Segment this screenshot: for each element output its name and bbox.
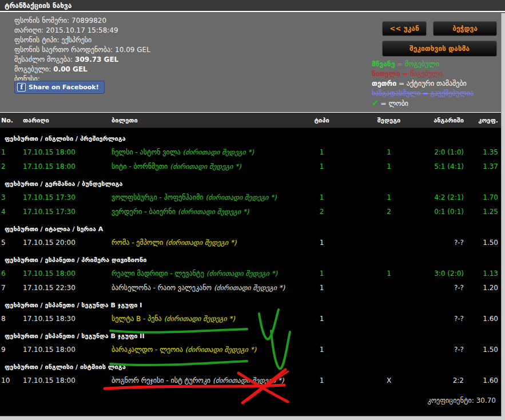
cell-ticket: ბარსელონა - რაიო ვალეკანო(ძირითადი შედეგ… — [109, 284, 292, 292]
legend-item-cancelled: ხაზგადასმული = გაუქმებულია — [372, 89, 474, 98]
cell-tip: 1 — [292, 239, 352, 247]
cell-tip: 1 — [292, 315, 352, 323]
league-header: ფეხბურთი / იტალია / სერია A — [0, 219, 502, 235]
cell-no: 8 — [0, 315, 21, 323]
cell-score: 3:0 (2:0) — [426, 270, 464, 278]
bet-number-value: 70899820 — [71, 17, 106, 25]
possible-win-label: შესაძლო მოგება: — [14, 56, 73, 64]
column-header-score: ანგარიში — [426, 117, 464, 124]
cell-result: 1 — [352, 270, 426, 278]
bet-date-label: თარიღი: — [14, 26, 43, 34]
cell-date: 17.10.15 18:00 — [21, 377, 109, 385]
cell-ticket: რომა - ემპოლი(ძირითადი შედეგი *) — [109, 239, 292, 247]
won-amount-label: მოგებული: — [14, 65, 51, 73]
share-facebook-button[interactable]: f Share on Facebook! — [14, 81, 105, 94]
vertical-scrollbar[interactable] — [501, 13, 505, 420]
bet-amount-value: 10.09 GEL — [115, 46, 150, 54]
cell-coef: 1.60 — [464, 315, 502, 323]
cell-date: 17.10.15 18:00 — [21, 346, 109, 354]
bet-date-value: 2015.10.17 15:58:49 — [46, 26, 118, 34]
legend: მწვანე = მოგებული წითელი = წაგებული თეთრ… — [372, 60, 474, 108]
bet-row: 4 17.10.15 17:30 ვერდერი - ბაიერნი(ძირით… — [0, 204, 502, 219]
cell-ticket: ჩელსი - ასტონ ვილა(ძირითადი შედეგი *) — [109, 148, 292, 156]
table-header-row: No. თარიღი ბილეთი ტიპი შედეგი ანგარიში კ… — [0, 113, 502, 128]
bet-type-value: ექსპრესი — [62, 36, 92, 44]
bet-type-label: ფსონის ტიპი: — [14, 36, 59, 44]
cell-no: 7 — [0, 284, 21, 292]
league-group: ფეხბურთი / იტალია / სერია A 5 17.10.15 2… — [0, 219, 502, 249]
print-button[interactable]: ბეჭდვა — [433, 21, 497, 36]
column-header-no: No. — [0, 117, 21, 124]
facebook-icon: f — [17, 83, 26, 92]
cell-result: 1 — [352, 148, 426, 156]
bet-row: 8 17.10.15 18:30 სელტა B - პენა(ძირითადი… — [0, 311, 502, 326]
ask-question-button[interactable]: შეკითხვის დასმა — [382, 41, 497, 57]
cell-coef: 1.60 — [464, 377, 502, 385]
bet-amount-label: ფსონის საერთო რაოდენობა: — [14, 46, 113, 54]
cell-ticket: ვოლფსბურგი - ჰოფენჰაიმი(ძირითადი შედეგი … — [109, 193, 292, 201]
cell-ticket: ვერდერი - ბაიერნი(ძირითადი შედეგი *) — [109, 208, 292, 216]
back-button[interactable]: << უკან — [382, 21, 427, 36]
legend-item-lobby: ✔= ლობი — [372, 98, 474, 108]
cell-no: 6 — [0, 270, 21, 278]
cell-result: 1 — [352, 163, 426, 171]
bet-row: 3 17.10.15 17:30 ვოლფსბურგი - ჰოფენჰაიმი… — [0, 190, 502, 204]
cell-tip: 1 — [292, 346, 352, 354]
cell-score: 2:2 — [426, 377, 464, 385]
total-coefficient: კოეფიციენტი: 30.70 — [0, 387, 502, 405]
column-header-ticket: ბილეთი — [109, 117, 292, 124]
cell-score: ?-? — [426, 284, 464, 292]
cell-no: 4 — [0, 208, 21, 216]
cell-ticket: რეალი მადრიდი - ლევანტე(ძირითადი შედეგი … — [109, 270, 292, 278]
legend-item-active: თეთრი = აქტიური თამაშები — [372, 79, 474, 89]
bet-amount: ფსონის საერთო რაოდენობა:10.09 GEL — [14, 45, 150, 55]
cell-ticket: სიტი - ბორნმუთი(ძირითადი შედეგი *) — [109, 163, 292, 171]
legend-item-won: მწვანე = მოგებული — [372, 60, 474, 69]
cell-result: 2 — [352, 208, 426, 216]
bet-type: ფსონის ტიპი:ექსპრესი — [14, 35, 150, 45]
league-group: ფეხბურთი / ინგლისი / ისტმიის ლიგა 10 17.… — [0, 356, 502, 387]
column-header-result: შედეგი — [352, 117, 426, 124]
cell-date: 17.10.15 18:00 — [21, 270, 109, 278]
cell-tip: 1 — [292, 148, 352, 156]
possible-win-value: 309.73 GEL — [75, 56, 118, 64]
bet-row: 9 17.10.15 18:00 ბარაკალდო - ლეოია(ძირით… — [0, 342, 502, 356]
cell-ticket: სელტა B - პენა(ძირითადი შედეგი *) — [109, 315, 292, 323]
won-amount-value: 0.00 GEL — [53, 65, 87, 73]
cell-tip: 1 — [292, 163, 352, 171]
horizontal-scrollbar[interactable] — [0, 416, 502, 420]
column-header-date: თარიღი — [21, 117, 109, 124]
cell-coef: 1.13 — [464, 270, 502, 278]
cell-ticket: ბარაკალდო - ლეოია(ძირითადი შედეგი *) — [109, 346, 292, 354]
checkmark-icon: ✔ — [372, 98, 379, 108]
cell-date: 17.10.15 18:30 — [21, 315, 109, 323]
bet-info: ფსონის ნომერი:70899820 თარიღი:2015.10.17… — [14, 16, 150, 84]
cell-no: 9 — [0, 346, 21, 354]
bet-row: 5 17.10.15 20:00 რომა - ემპოლი(ძირითადი … — [0, 235, 502, 249]
legend-item-lost: წითელი = წაგებული — [372, 69, 474, 79]
cell-score: ?-? — [426, 315, 464, 323]
bet-number: ფსონის ნომერი:70899820 — [14, 16, 150, 26]
bet-number-label: ფსონის ნომერი: — [14, 17, 69, 25]
bet-row: 6 17.10.15 18:00 რეალი მადრიდი - ლევანტე… — [0, 266, 502, 280]
cell-score: ?-? — [426, 346, 464, 354]
cell-coef: 1.35 — [464, 148, 502, 156]
league-header: ფეხბურთი / ინგლისი / პრემიერლიგა — [0, 128, 502, 145]
cell-ticket: ბოგნორ რეჯისი - ისტ ტუროკი(ძირითადი შედე… — [109, 377, 292, 385]
league-group: ფეხბურთი / გერმანია / ბუნდესლიგა 3 17.10… — [0, 173, 502, 219]
cell-score: 5:1 (4:1) — [426, 163, 464, 171]
cell-coef: 1.37 — [464, 163, 502, 171]
cell-no: 3 — [0, 193, 21, 201]
cell-date: 17.10.15 18:00 — [21, 163, 109, 171]
cell-score: ?-? — [426, 239, 464, 247]
cell-date: 17.10.15 18:00 — [21, 148, 109, 156]
bet-date: თარიღი:2015.10.17 15:58:49 — [14, 26, 150, 35]
cell-score: 0:1 (0:1) — [426, 208, 464, 216]
league-group: ფეხბურთი / ესპანეთი / სეგუნდა B ჯგუფი II… — [0, 326, 502, 356]
bet-row: 10 17.10.15 18:00 ბოგნორ რეჯისი - ისტ ტუ… — [0, 373, 502, 387]
cell-no: 5 — [0, 239, 21, 247]
cell-date: 17.10.15 20:00 — [21, 239, 109, 247]
cell-tip: 1 — [292, 284, 352, 292]
bet-row: 2 17.10.15 18:00 სიტი - ბორნმუთი(ძირითად… — [0, 159, 502, 173]
cell-tip: 1 — [292, 270, 352, 278]
